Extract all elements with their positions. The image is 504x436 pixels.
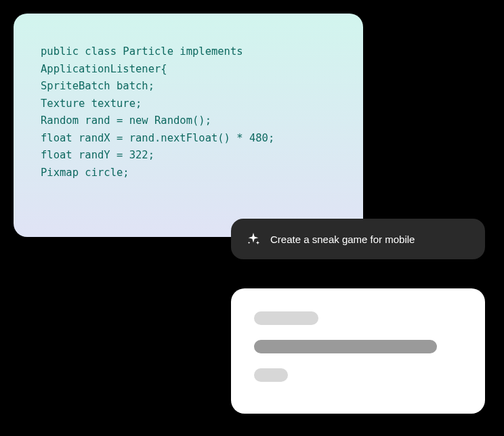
sparkle-icon bbox=[246, 232, 261, 246]
code-snippet-card: public class Particle implements Applica… bbox=[14, 14, 363, 237]
code-block: public class Particle implements Applica… bbox=[41, 43, 336, 182]
skeleton-line bbox=[254, 311, 318, 325]
skeleton-line bbox=[254, 340, 437, 353]
skeleton-line bbox=[254, 368, 288, 382]
ai-prompt-pill[interactable]: Create a sneak game for mobile bbox=[231, 219, 485, 259]
prompt-text: Create a sneak game for mobile bbox=[270, 234, 415, 245]
skeleton-loading-card bbox=[231, 288, 485, 414]
